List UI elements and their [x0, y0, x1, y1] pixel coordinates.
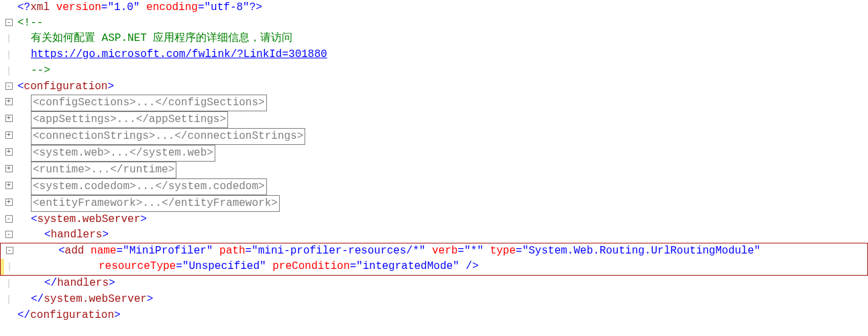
fold-gutter[interactable]: + [0, 95, 17, 110]
xml-bracket: < [44, 229, 51, 241]
xml-val: "1.0" [107, 1, 140, 13]
code-line[interactable]: │ resourceType="Unspecified" preConditio… [1, 259, 867, 275]
code-line[interactable]: + <system.web>...</system.web> [0, 145, 868, 162]
highlighted-block: - <add name="MiniProfiler" path="mini-pr… [0, 243, 868, 276]
fold-plus-icon[interactable]: + [5, 131, 13, 139]
fold-gutter[interactable]: - [0, 15, 17, 31]
fold-minus-icon[interactable]: - [5, 82, 13, 90]
gutter-cell: │ [0, 47, 17, 63]
attr-resource-type: resourceType [99, 260, 176, 272]
fold-gutter[interactable]: - [0, 212, 17, 227]
tree-bar-icon: │ [5, 292, 13, 308]
gutter-cell [0, 308, 17, 323]
attr-value: "Unspecified" [182, 260, 266, 272]
collapsed-node[interactable]: <system.codedom>...</system.codedom> [31, 178, 267, 195]
xml-tag: handlers [57, 277, 109, 289]
attr-value: "mini-profiler-resources/*" [252, 245, 425, 257]
fold-plus-icon[interactable]: + [5, 98, 13, 105]
code-editor[interactable]: <?xml version="1.0" encoding="utf-8"?> -… [0, 0, 868, 323]
code-line[interactable]: │ </system.webServer> [0, 292, 868, 308]
comment-text: 有关如何配置 ASP.NET 应用程序的详细信息，请访问 [31, 32, 292, 44]
xml-tag: xml [30, 1, 50, 13]
collapsed-node[interactable]: <appSettings>...</appSettings> [31, 111, 228, 128]
fold-plus-icon[interactable]: + [5, 182, 13, 189]
collapsed-node[interactable]: <configSections>...</configSections> [31, 95, 267, 111]
fold-gutter[interactable]: + [0, 111, 17, 127]
code-line[interactable]: │ --> [0, 63, 868, 79]
gutter-cell [0, 0, 17, 15]
fold-gutter[interactable]: + [0, 195, 17, 211]
attr-value: "*" [464, 245, 484, 257]
comment-close: --> [31, 64, 50, 76]
code-line[interactable]: + <connectionStrings>...</connectionStri… [0, 128, 868, 145]
fold-gutter[interactable]: - [1, 243, 18, 259]
xml-bracket: /> [459, 260, 479, 272]
code-line[interactable]: + <configSections>...</configSections> [0, 95, 868, 111]
tree-bar-icon: │ [5, 48, 13, 63]
tree-bar-icon: │ [6, 260, 13, 275]
xml-tag-add: add [65, 245, 85, 257]
code-line[interactable]: - <configuration> [0, 79, 868, 95]
xml-bracket: ?> [250, 1, 262, 13]
comment-link[interactable]: https://go.microsoft.com/fwlink/?LinkId=… [31, 48, 327, 60]
fold-gutter[interactable]: - [0, 227, 17, 243]
fold-plus-icon[interactable]: + [5, 165, 13, 172]
xml-bracket: </ [31, 293, 44, 305]
fold-plus-icon[interactable]: + [5, 148, 13, 156]
fold-gutter[interactable]: + [0, 162, 17, 177]
xml-bracket: > [107, 80, 114, 93]
attr-path: path [219, 245, 245, 257]
attr-type: type [490, 245, 515, 257]
attr-precondition: preCondition [272, 260, 349, 272]
collapsed-node[interactable]: <runtime>...</runtime> [31, 162, 176, 178]
xml-bracket: > [114, 309, 121, 321]
collapsed-node[interactable]: <connectionStrings>...</connectionString… [31, 128, 305, 145]
code-line[interactable]: + <entityFramework>...</entityFramework> [0, 195, 868, 212]
xml-bracket: > [140, 213, 147, 225]
xml-attr: version [56, 1, 101, 13]
code-line[interactable]: - <!-- [0, 15, 868, 31]
fold-minus-icon[interactable]: - [6, 247, 13, 254]
fold-minus-icon[interactable]: - [5, 19, 13, 26]
code-line[interactable]: │ 有关如何配置 ASP.NET 应用程序的详细信息，请访问 [0, 31, 868, 47]
code-line[interactable]: </configuration> [0, 308, 868, 323]
tree-bar-icon: │ [5, 276, 13, 292]
code-line[interactable]: - <system.webServer> [0, 212, 868, 227]
fold-minus-icon[interactable]: - [5, 231, 13, 238]
tree-bar-icon: │ [5, 32, 13, 47]
attr-verb: verb [432, 245, 457, 257]
gutter-cell: │ [0, 63, 17, 79]
code-line[interactable]: │ </handlers> [0, 276, 868, 292]
xml-tag: configuration [24, 80, 108, 93]
fold-plus-icon[interactable]: + [5, 199, 13, 206]
xml-bracket: </ [44, 277, 57, 289]
code-line[interactable]: + <system.codedom>...</system.codedom> [0, 178, 868, 195]
collapsed-node[interactable]: <entityFramework>...</entityFramework> [31, 195, 280, 212]
code-line[interactable]: - <add name="MiniProfiler" path="mini-pr… [1, 243, 867, 259]
fold-gutter[interactable]: + [0, 128, 17, 144]
xml-bracket: > [147, 293, 154, 305]
fold-gutter[interactable]: - [0, 79, 17, 95]
code-line[interactable]: - <handlers> [0, 227, 868, 243]
code-line[interactable]: │ https://go.microsoft.com/fwlink/?LinkI… [0, 47, 868, 63]
xml-bracket: > [109, 277, 115, 289]
attr-value: "MiniProfiler" [123, 245, 213, 257]
code-line[interactable]: + <appSettings>...</appSettings> [0, 111, 868, 128]
xml-eq: = [101, 1, 108, 13]
xml-bracket: > [102, 229, 109, 241]
collapsed-node[interactable]: <system.web>...</system.web> [31, 145, 215, 162]
code-line[interactable]: <?xml version="1.0" encoding="utf-8"?> [0, 0, 868, 15]
fold-gutter[interactable]: + [0, 145, 17, 160]
xml-tag: system.webServer [44, 293, 147, 305]
fold-gutter[interactable]: + [0, 178, 17, 194]
fold-minus-icon[interactable]: - [5, 215, 13, 223]
fold-plus-icon[interactable]: + [5, 115, 13, 122]
attr-name: name [91, 245, 116, 257]
xml-bracket: </ [17, 309, 30, 321]
gutter-cell: │ [0, 292, 17, 308]
xml-tag: handlers [51, 229, 103, 241]
code-line[interactable]: + <runtime>...</runtime> [0, 162, 868, 178]
xml-bracket: <? [17, 1, 30, 13]
tree-bar-icon: │ [5, 64, 13, 79]
xml-bracket: < [17, 80, 24, 93]
